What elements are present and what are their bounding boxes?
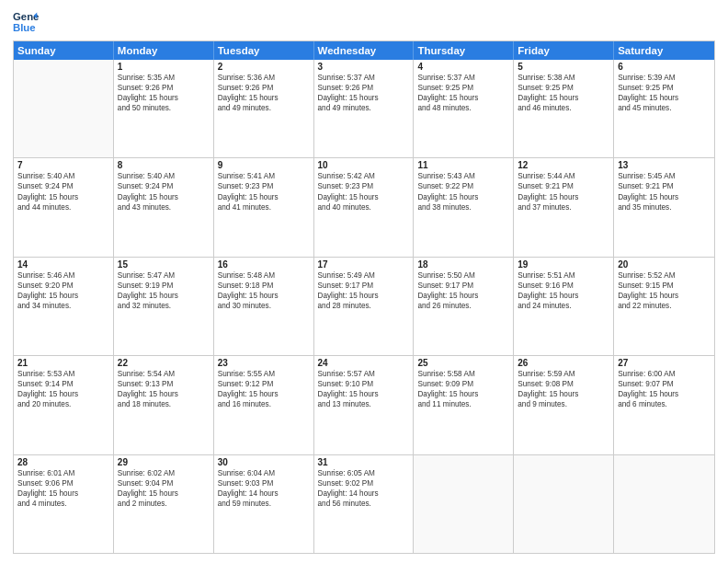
- cell-line: and 49 minutes.: [218, 103, 310, 113]
- cell-line: Daylight: 15 hours: [618, 192, 711, 202]
- cell-line: Daylight: 15 hours: [17, 291, 109, 301]
- calendar-cell: 7Sunrise: 5:40 AMSunset: 9:24 PMDaylight…: [14, 158, 114, 256]
- cell-line: and 24 minutes.: [518, 301, 609, 311]
- cell-line: Daylight: 15 hours: [318, 291, 410, 301]
- day-number: 5: [518, 62, 609, 72]
- cell-line: and 34 minutes.: [17, 301, 109, 311]
- calendar-header-cell: Monday: [114, 41, 214, 60]
- cell-line: Sunset: 9:06 PM: [17, 478, 109, 488]
- day-number: 15: [118, 259, 210, 270]
- cell-line: Sunrise: 5:49 AM: [318, 270, 410, 281]
- day-number: 29: [118, 457, 210, 467]
- cell-line: Sunrise: 5:40 AM: [17, 171, 109, 181]
- cell-line: Sunrise: 5:48 AM: [218, 270, 310, 281]
- day-number: 10: [318, 160, 410, 170]
- cell-line: Daylight: 14 hours: [218, 488, 310, 499]
- cell-line: Sunset: 9:23 PM: [218, 181, 310, 191]
- calendar-cell: 10Sunrise: 5:42 AMSunset: 9:23 PMDayligh…: [314, 158, 415, 256]
- cell-line: Sunrise: 6:02 AM: [118, 468, 210, 478]
- cell-line: Daylight: 15 hours: [118, 93, 210, 103]
- day-number: 28: [17, 457, 109, 467]
- calendar-cell: 4Sunrise: 5:37 AMSunset: 9:25 PMDaylight…: [414, 60, 514, 157]
- cell-line: Sunrise: 5:39 AM: [618, 73, 711, 83]
- cell-line: Sunrise: 5:43 AM: [417, 171, 509, 181]
- cell-line: and 50 minutes.: [118, 103, 210, 113]
- cell-line: Sunset: 9:17 PM: [417, 281, 509, 291]
- calendar-cell: 11Sunrise: 5:43 AMSunset: 9:22 PMDayligh…: [414, 158, 514, 256]
- cell-line: Sunset: 9:13 PM: [118, 379, 210, 389]
- calendar-row: 28Sunrise: 6:01 AMSunset: 9:06 PMDayligh…: [14, 455, 714, 553]
- cell-line: and 4 minutes.: [17, 499, 109, 509]
- calendar-cell: 23Sunrise: 5:55 AMSunset: 9:12 PMDayligh…: [214, 356, 314, 454]
- day-number: 4: [417, 62, 509, 72]
- cell-line: Sunset: 9:02 PM: [318, 478, 410, 488]
- cell-line: Sunrise: 5:51 AM: [518, 270, 609, 281]
- svg-text:Blue: Blue: [13, 22, 36, 33]
- calendar-cell: 25Sunrise: 5:58 AMSunset: 9:09 PMDayligh…: [414, 356, 514, 454]
- cell-line: Sunrise: 5:40 AM: [118, 171, 210, 181]
- svg-text:General: General: [13, 11, 39, 22]
- calendar-body: 1Sunrise: 5:35 AMSunset: 9:26 PMDaylight…: [14, 60, 714, 553]
- day-number: 3: [318, 62, 410, 72]
- cell-line: Sunset: 9:26 PM: [318, 83, 410, 93]
- cell-line: and 2 minutes.: [118, 499, 210, 509]
- day-number: 1: [118, 62, 210, 72]
- cell-line: Daylight: 15 hours: [318, 192, 410, 202]
- calendar-cell: 2Sunrise: 5:36 AMSunset: 9:26 PMDaylight…: [214, 60, 314, 157]
- cell-line: and 56 minutes.: [318, 499, 410, 509]
- cell-line: Daylight: 15 hours: [417, 291, 509, 301]
- cell-line: Daylight: 15 hours: [118, 488, 210, 499]
- cell-line: Sunrise: 5:37 AM: [318, 73, 410, 83]
- cell-line: Daylight: 15 hours: [318, 93, 410, 103]
- cell-line: Daylight: 15 hours: [518, 291, 609, 301]
- calendar-cell: 16Sunrise: 5:48 AMSunset: 9:18 PMDayligh…: [214, 258, 314, 355]
- cell-line: Sunrise: 5:42 AM: [318, 171, 410, 181]
- cell-line: Daylight: 15 hours: [417, 192, 509, 202]
- day-number: 19: [518, 259, 609, 270]
- cell-line: and 32 minutes.: [118, 301, 210, 311]
- calendar-header-cell: Sunday: [14, 41, 114, 60]
- cell-line: Daylight: 15 hours: [518, 93, 609, 103]
- day-number: 7: [17, 160, 109, 170]
- calendar-cell: 8Sunrise: 5:40 AMSunset: 9:24 PMDaylight…: [114, 158, 214, 256]
- calendar-cell: 12Sunrise: 5:44 AMSunset: 9:21 PMDayligh…: [514, 158, 614, 256]
- cell-line: Sunset: 9:18 PM: [218, 281, 310, 291]
- calendar-cell: 20Sunrise: 5:52 AMSunset: 9:15 PMDayligh…: [614, 258, 714, 355]
- day-number: 11: [417, 160, 509, 170]
- cell-line: and 49 minutes.: [318, 103, 410, 113]
- cell-line: Daylight: 15 hours: [417, 389, 509, 399]
- cell-line: Sunset: 9:25 PM: [518, 83, 609, 93]
- day-number: 21: [17, 358, 109, 368]
- calendar-header-cell: Friday: [514, 41, 614, 60]
- cell-line: Sunrise: 5:38 AM: [518, 73, 609, 83]
- cell-line: Daylight: 15 hours: [118, 291, 210, 301]
- cell-line: Sunrise: 5:58 AM: [417, 369, 509, 379]
- day-number: 23: [218, 358, 310, 368]
- day-number: 18: [417, 259, 509, 270]
- cell-line: Daylight: 15 hours: [218, 291, 310, 301]
- cell-line: Daylight: 15 hours: [618, 389, 711, 399]
- calendar-cell: 21Sunrise: 5:53 AMSunset: 9:14 PMDayligh…: [14, 356, 114, 454]
- cell-line: Sunrise: 6:01 AM: [17, 468, 109, 478]
- cell-line: Sunset: 9:08 PM: [518, 379, 609, 389]
- day-number: 22: [118, 358, 210, 368]
- cell-line: Sunset: 9:12 PM: [218, 379, 310, 389]
- cell-line: Sunrise: 5:35 AM: [118, 73, 210, 83]
- logo: General Blue: [13, 9, 39, 35]
- calendar-cell: [414, 455, 514, 553]
- cell-line: Sunset: 9:26 PM: [218, 83, 310, 93]
- cell-line: Daylight: 15 hours: [518, 192, 609, 202]
- day-number: 12: [518, 160, 609, 170]
- cell-line: Sunrise: 5:55 AM: [218, 369, 310, 379]
- day-number: 25: [417, 358, 509, 368]
- calendar-cell: [614, 455, 714, 553]
- cell-line: Daylight: 15 hours: [118, 389, 210, 399]
- cell-line: Sunset: 9:10 PM: [318, 379, 410, 389]
- calendar-cell: 5Sunrise: 5:38 AMSunset: 9:25 PMDaylight…: [514, 60, 614, 157]
- cell-line: and 6 minutes.: [618, 399, 711, 409]
- day-number: 31: [318, 457, 410, 467]
- calendar-cell: 22Sunrise: 5:54 AMSunset: 9:13 PMDayligh…: [114, 356, 214, 454]
- cell-line: Sunset: 9:15 PM: [618, 281, 711, 291]
- cell-line: and 59 minutes.: [218, 499, 310, 509]
- cell-line: Daylight: 15 hours: [518, 389, 609, 399]
